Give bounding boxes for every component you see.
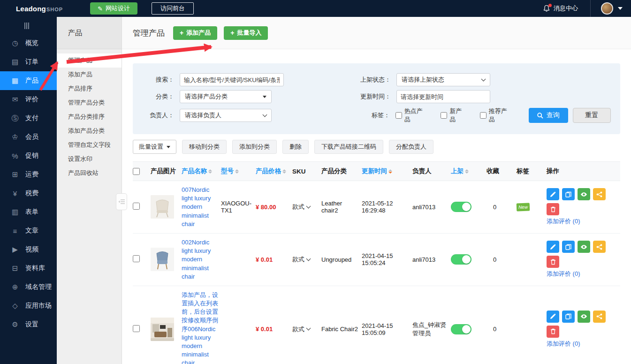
sidebar-item-orders[interactable]: ▤订单 <box>0 53 57 71</box>
visit-frontend-button[interactable]: 访问前台 <box>152 2 194 15</box>
preview-eye-button[interactable] <box>578 241 590 253</box>
product-table: 产品图片 产品名称 型号 产品价格 SKU 产品分类 更新时间 负责人 上架 收… <box>133 161 620 364</box>
edit-button[interactable] <box>547 241 559 253</box>
sidebar-item-payment[interactable]: Ⓢ支付 <box>0 109 57 128</box>
add-product-button[interactable]: + 添加产品 <box>173 26 217 40</box>
triangle-down-icon <box>263 96 266 98</box>
tag-checkbox-recommended[interactable]: 推荐产品 <box>480 107 513 124</box>
sku-expander[interactable]: 款式 <box>292 255 319 264</box>
col-on-shelf[interactable]: 上架 <box>451 167 487 175</box>
col-price[interactable]: 产品价格 <box>256 167 292 175</box>
delete-row-button[interactable] <box>547 256 559 268</box>
sidebar-item-library[interactable]: ⊟资料库 <box>0 259 57 278</box>
sidebar-item-settings[interactable]: ⚙设置 <box>0 315 57 334</box>
product-image[interactable] <box>151 195 174 219</box>
submenu-item-recycle-bin[interactable]: 产品回收站 <box>57 166 122 180</box>
category-select[interactable]: 请选择产品分类 <box>180 90 272 103</box>
search-input[interactable] <box>180 73 284 86</box>
submenu-item-watermark[interactable]: 设置水印 <box>57 152 122 166</box>
bulk-import-button[interactable]: + 批量导入 <box>224 26 268 40</box>
sku-expander[interactable]: 款式 <box>292 325 319 334</box>
sidebar-item-products[interactable]: ▦产品 <box>0 71 57 90</box>
message-center-button[interactable]: 消息中心 <box>531 4 590 13</box>
share-button[interactable] <box>593 188 606 200</box>
chevron-down-icon <box>481 76 486 81</box>
update-time-input[interactable] <box>396 90 490 103</box>
product-image[interactable] <box>151 248 174 271</box>
product-name-link[interactable]: 002Nordic light luxury modern minimalist… <box>182 239 211 280</box>
submenu-item-manage-products[interactable]: 管理产品 <box>57 53 122 68</box>
sidebar-item-app-market[interactable]: ◇应用市场 <box>0 296 57 315</box>
preview-eye-button[interactable] <box>578 311 590 323</box>
user-menu[interactable] <box>591 2 631 15</box>
copy-button[interactable] <box>562 311 575 323</box>
sidebar-item-members[interactable]: ♔会员 <box>0 128 57 146</box>
product-name-link[interactable]: 007Nordic light luxury modern minimalist… <box>182 186 211 228</box>
checkbox[interactable] <box>480 112 487 119</box>
move-to-category-button[interactable]: 移动到分类 <box>182 140 227 154</box>
sidebar-item-shipping[interactable]: ⊞运费 <box>0 165 57 184</box>
checkbox[interactable] <box>395 112 402 119</box>
row-checkbox[interactable] <box>133 325 140 332</box>
sidebar-item-overview[interactable]: ◷概览 <box>0 34 57 53</box>
sidebar-item-videos[interactable]: ▶视频 <box>0 240 57 259</box>
copy-button[interactable] <box>562 241 575 253</box>
sidebar-item-tax[interactable]: ¥税费 <box>0 184 57 203</box>
submenu-item-add-category[interactable]: 添加产品分类 <box>57 124 122 138</box>
col-sku: SKU <box>292 168 321 175</box>
sidebar-item-articles[interactable]: ≡文章 <box>0 221 57 240</box>
add-to-category-button[interactable]: 添加到分类 <box>232 140 277 154</box>
submenu-item-manage-categories[interactable]: 管理产品分类 <box>57 96 122 110</box>
sidebar-item-reviews[interactable]: ✉评价 <box>0 90 57 109</box>
delete-row-button[interactable] <box>547 203 559 215</box>
avatar[interactable] <box>601 2 613 15</box>
download-qrcode-button[interactable]: 下载产品链接二维码 <box>314 140 383 154</box>
row-checkbox[interactable] <box>133 255 140 262</box>
add-review-link[interactable]: 添加评价 (0) <box>547 270 580 278</box>
query-button[interactable]: 查询 <box>529 108 568 123</box>
row-checkbox[interactable] <box>133 203 140 210</box>
delete-row-button[interactable] <box>547 326 559 338</box>
on-shelf-toggle[interactable] <box>451 254 471 265</box>
app-market-icon: ◇ <box>10 302 20 310</box>
tag-checkbox-new[interactable]: 新产品 <box>441 107 467 124</box>
select-all-checkbox[interactable] <box>133 168 140 175</box>
submenu-item-category-sort[interactable]: 产品分类排序 <box>57 110 122 124</box>
edit-button[interactable] <box>547 188 559 200</box>
product-price: ¥ 0.01 <box>256 326 292 333</box>
assign-owner-button[interactable]: 分配负责人 <box>389 140 433 154</box>
reset-button[interactable]: 重置 <box>573 108 611 123</box>
edit-button[interactable] <box>547 311 559 323</box>
collapse-panel-button[interactable] <box>116 193 127 210</box>
sku-expander[interactable]: 款式 <box>292 203 319 211</box>
add-review-link[interactable]: 添加评价 (0) <box>547 217 580 226</box>
shelf-status-select[interactable]: 请选择上架状态 <box>396 73 490 86</box>
delete-button[interactable]: 删除 <box>282 140 309 154</box>
sidebar-item-forms[interactable]: ▥表单 <box>0 203 57 221</box>
sidebar-item-promotions[interactable]: %促销 <box>0 146 57 165</box>
on-shelf-toggle[interactable] <box>451 324 471 334</box>
sidebar-handle-icon[interactable] <box>24 23 57 29</box>
submenu-item-add-product[interactable]: 添加产品 <box>57 68 122 82</box>
checkbox[interactable] <box>441 112 447 119</box>
submenu-item-product-sort[interactable]: 产品排序 <box>57 82 122 96</box>
tag-checkbox-hot[interactable]: 热点产品 <box>395 107 428 124</box>
preview-eye-button[interactable] <box>578 188 590 200</box>
share-button[interactable] <box>593 241 606 253</box>
product-name-link[interactable]: 添加产品，设置插入在列表前，后台设置按修改顺序倒序006Nordic light… <box>182 291 218 364</box>
batch-settings-dropdown[interactable]: 批量设置 <box>133 140 176 154</box>
product-price: ¥ 0.01 <box>256 256 292 263</box>
owner-select[interactable]: 请选择负责人 <box>180 109 272 122</box>
col-product-name[interactable]: 产品名称 <box>182 167 221 175</box>
gauge-icon: ◷ <box>10 39 20 47</box>
on-shelf-toggle[interactable] <box>451 202 471 212</box>
copy-button[interactable] <box>562 188 575 200</box>
share-button[interactable] <box>593 311 606 323</box>
submenu-item-custom-fields[interactable]: 管理自定义字段 <box>57 138 122 152</box>
site-design-button[interactable]: ✎ 网站设计 <box>90 2 137 15</box>
col-model[interactable]: 型号 <box>221 167 256 175</box>
product-image[interactable] <box>151 318 174 341</box>
sidebar-item-domains[interactable]: ⊕域名管理 <box>0 278 57 296</box>
col-updated[interactable]: 更新时间 <box>362 167 412 175</box>
add-review-link[interactable]: 添加评价 (0) <box>547 340 580 348</box>
